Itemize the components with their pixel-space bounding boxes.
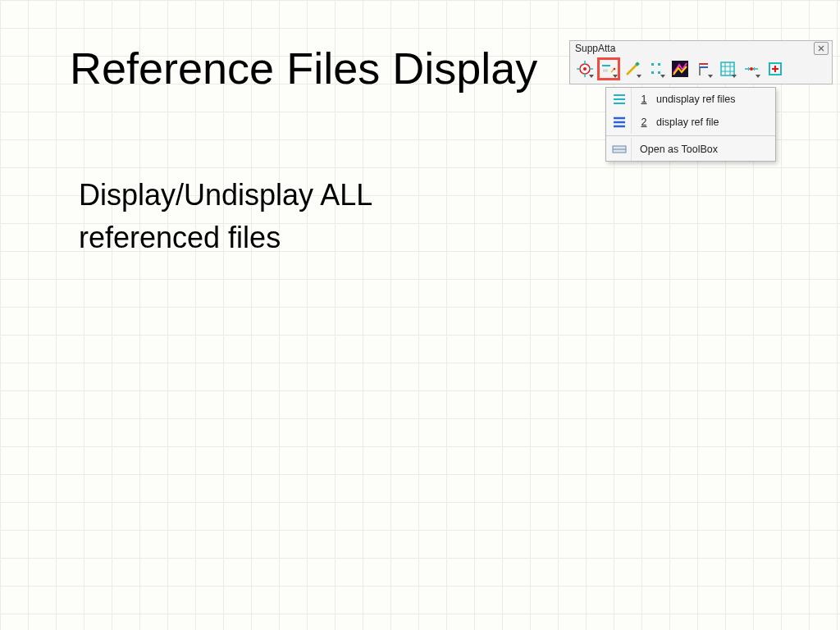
toolbar-titlebar[interactable]: SuppAtta [570, 41, 832, 56]
chevron-down-icon [756, 75, 760, 78]
toolbar-row [570, 56, 832, 84]
add-box-icon[interactable] [765, 59, 785, 79]
toolbar-panel: SuppAtta [569, 40, 833, 84]
undisplay-lines-icon [608, 88, 632, 111]
flag-icon[interactable] [694, 59, 714, 79]
svg-point-2 [614, 68, 616, 71]
menu-item-number: 2 [638, 116, 650, 128]
chevron-down-icon [660, 75, 665, 78]
target-icon[interactable] [575, 59, 595, 79]
chevron-down-icon [732, 75, 737, 78]
chevron-down-icon [708, 75, 713, 78]
ref-display-dropdown: 1 undisplay ref files 2 display ref file… [605, 87, 776, 162]
menu-item-label: Open as ToolBox [638, 144, 770, 155]
svg-rect-5 [658, 63, 660, 66]
menu-item-open-toolbox[interactable]: Open as ToolBox [606, 138, 775, 161]
menu-item-label: display ref file [653, 116, 770, 128]
svg-rect-6 [651, 71, 654, 74]
edit-line-icon[interactable] [623, 59, 642, 79]
menu-separator [606, 135, 775, 136]
nodes-icon[interactable] [646, 59, 666, 79]
svg-rect-7 [658, 71, 660, 74]
svg-rect-11 [700, 65, 708, 66]
svg-rect-10 [700, 63, 708, 65]
display-lines-icon [608, 111, 632, 134]
menu-item-display-ref[interactable]: 2 display ref file [606, 111, 775, 134]
menu-item-label: undisplay ref files [653, 94, 770, 105]
chevron-down-icon [613, 75, 618, 78]
chevron-down-icon [589, 75, 594, 78]
chevron-down-icon [637, 75, 641, 78]
svg-point-1 [583, 67, 587, 71]
slide-title: Reference Files Display [70, 43, 537, 94]
menu-item-undisplay-ref[interactable]: 1 undisplay ref files [606, 88, 775, 111]
slide-body-text: Display/Undisplay ALL referenced files [79, 174, 440, 259]
toolbox-icon [608, 138, 632, 161]
svg-rect-12 [700, 66, 708, 68]
center-point-icon[interactable] [742, 59, 761, 79]
svg-rect-4 [651, 63, 654, 66]
toolbar-title: SuppAtta [575, 43, 615, 54]
layers-icon[interactable] [670, 59, 690, 79]
menu-item-number: 1 [638, 94, 650, 105]
grid-icon[interactable] [718, 59, 737, 79]
close-icon[interactable] [814, 42, 829, 55]
ref-display-icon[interactable] [599, 59, 619, 79]
svg-rect-13 [721, 62, 734, 75]
